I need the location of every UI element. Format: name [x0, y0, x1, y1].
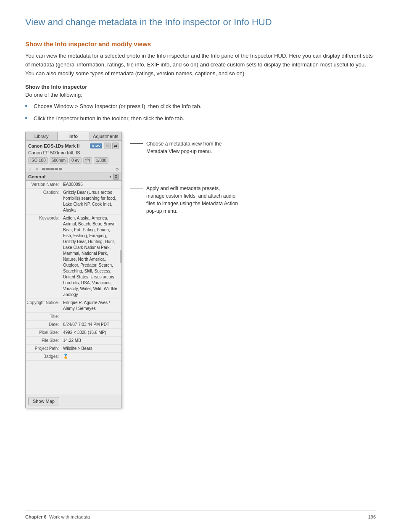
tab-adjustments[interactable]: Adjustments: [90, 132, 121, 140]
screenshot-area: Library Info Adjustments Canon EOS-1Ds M…: [25, 132, 376, 408]
callout-area: Choose a metadata view from the Metadata…: [130, 132, 376, 215]
stars-row: ☆ ✕ ⟳: [26, 166, 121, 173]
iso-val: ISO 100: [28, 157, 48, 164]
table-row: Copyright Notice: Enrique R. Aguirre Ave…: [26, 299, 121, 313]
sub-label: Do one of the following:: [25, 92, 376, 98]
section-controls: ▾ ⚙: [109, 174, 119, 180]
bullet-list: Choose Window > Show Inspector (or press…: [25, 102, 376, 123]
shutter-val: 1/800: [94, 157, 108, 164]
main-title: View and change metadata in the Info ins…: [25, 17, 376, 31]
section-label: General: [28, 174, 45, 179]
meta-value-keywords: Action, Alaska, America, Animal, Beach, …: [61, 214, 121, 299]
table-row: Pixel Size: 4992 × 3328 (16.6 MP): [26, 329, 121, 337]
meta-value-caption: Grizzly Bear (Ursus arctos horribilis) s…: [61, 189, 121, 214]
aperture-val: f/4: [83, 157, 92, 164]
tab-info[interactable]: Info: [58, 132, 90, 140]
meta-label-pixelsize: Pixel Size:: [26, 329, 61, 336]
table-row: Date: 8/24/07 7:03:44 PM PDT: [26, 321, 121, 329]
section-title: Show the Info inspector and modify views: [25, 40, 376, 48]
meta-value-title: [61, 313, 121, 320]
metadata-action-btn[interactable]: ⚙: [113, 174, 119, 180]
footer-topic: Work with metadata: [49, 514, 90, 519]
camera-info: Canon EOS-1Ds Mark II RAW ⊙ ⇄ Canon EF 5…: [26, 141, 121, 166]
tab-library[interactable]: Library: [26, 132, 58, 140]
table-row: Badges: 🏅: [26, 353, 121, 361]
callout-2-connector: [130, 188, 143, 188]
meta-label-version: Version Name:: [26, 181, 61, 188]
meta-label-caption: Caption:: [26, 189, 61, 214]
metadata-view-dropdown[interactable]: ▾: [109, 174, 111, 179]
meta-value-version: EA000096: [61, 181, 121, 188]
meta-value-badges: 🏅: [61, 353, 121, 360]
meta-label-date: Date:: [26, 321, 61, 328]
show-map-button[interactable]: Show Map: [28, 397, 59, 405]
meta-value-pixelsize: 4992 × 3328 (16.6 MP): [61, 329, 121, 336]
meta-label-badges: Badges:: [26, 353, 61, 360]
bullet-item-2: Click the Inspector button in the toolba…: [25, 114, 376, 123]
footer-chapter: Chapter 6 Work with metadata: [25, 514, 90, 519]
inspector-panel: Library Info Adjustments Canon EOS-1Ds M…: [25, 132, 122, 408]
focal-length-val: 500mm: [50, 157, 68, 164]
meta-value-projectpath: Wildlife > Bears: [61, 345, 121, 352]
metadata-section-bar: General ▾ ⚙: [26, 173, 121, 181]
callout-1: Choose a metadata view from the Metadata…: [130, 140, 376, 155]
table-row: File Size: 14.22 MB: [26, 337, 121, 345]
meta-label-copyright: Copyright Notice:: [26, 299, 61, 312]
lens-label: Canon EF 500mm f/4L IS: [28, 150, 80, 155]
bullet-item-1: Choose Window > Show Inspector (or press…: [25, 102, 376, 111]
meta-value-copyright: Enrique R. Aguirre Aves / Alamy / Semeye…: [61, 299, 121, 312]
sub-heading: Show the Info inspector: [25, 84, 376, 90]
callout-1-text: Choose a metadata view from the Metadata…: [146, 140, 239, 155]
meta-label-keywords: Keywords:: [26, 214, 61, 299]
meta-value-date: 8/24/07 7:03:44 PM PDT: [61, 321, 121, 328]
camera-icon-btn[interactable]: ⊙: [104, 143, 111, 149]
table-row: Title:: [26, 313, 121, 321]
raw-badge: RAW: [90, 143, 102, 148]
star-1[interactable]: ☆: [28, 167, 32, 172]
tab-bar: Library Info Adjustments: [26, 132, 121, 141]
camera-model: Canon EOS-1Ds Mark II: [28, 143, 79, 148]
body-text: You can view the metadata for a selected…: [25, 52, 376, 78]
footer-page-number: 196: [368, 514, 376, 519]
meta-label-projectpath: Project Path:: [26, 345, 61, 352]
table-row: Keywords: Action, Alaska, America, Anima…: [26, 214, 121, 299]
table-row: Project Path: Wildlife > Bears: [26, 345, 121, 353]
callout-2: Apply and edit metadata presets, manage …: [130, 185, 376, 215]
table-row: Caption: Grizzly Bear (Ursus arctos horr…: [26, 189, 121, 214]
callout-2-text: Apply and edit metadata presets, manage …: [146, 185, 239, 215]
share-icon-btn[interactable]: ⇄: [112, 143, 119, 149]
meta-value-filesize: 14.22 MB: [61, 337, 121, 344]
table-row: Version Name: EA000096: [26, 181, 121, 189]
ev-val: 0 ev: [69, 157, 82, 164]
meta-label-title: Title:: [26, 313, 61, 320]
page-footer: Chapter 6 Work with metadata 196: [25, 511, 376, 519]
meta-label-filesize: File Size:: [26, 337, 61, 344]
metadata-table: Version Name: EA000096 Caption: Grizzly …: [26, 181, 121, 394]
callout-1-connector: [130, 143, 143, 144]
